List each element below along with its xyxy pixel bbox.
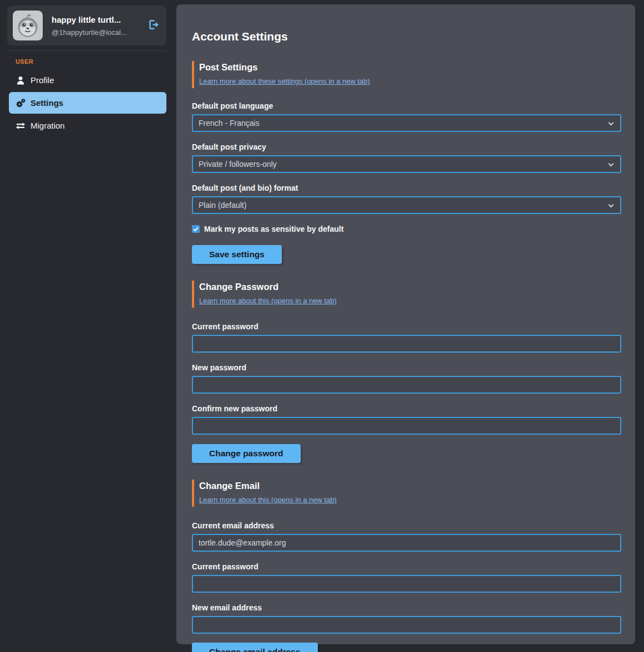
page-title: Account Settings	[192, 30, 621, 43]
current-password-field: Current password	[192, 322, 621, 353]
sensitive-checkbox-label: Mark my posts as sensitive by default	[204, 225, 343, 233]
sidebar-nav: Profile	[0, 69, 168, 136]
sidebar-item-migration[interactable]: Migration	[9, 115, 166, 136]
field-label: New email address	[192, 603, 621, 612]
change-email-row: Change email address	[192, 643, 621, 652]
confirm-new-password-input[interactable]	[192, 417, 621, 435]
select-value: French - Français	[199, 119, 260, 128]
post-settings-header: Post Settings Learn more about these set…	[192, 61, 621, 88]
user-card[interactable]: happy little turtl... @1happyturtle@loca…	[7, 6, 166, 45]
section-title: Post Settings	[199, 62, 621, 73]
field-label: Current password	[192, 322, 621, 331]
field-label: New password	[192, 363, 621, 372]
current-email-input[interactable]	[192, 534, 621, 552]
sidebar-divider	[8, 50, 166, 51]
change-email-header: Change Email Learn more about this (open…	[192, 480, 621, 507]
sloth-avatar	[13, 11, 43, 40]
save-settings-button[interactable]: Save settings	[192, 245, 282, 264]
user-name: happy little turtl...	[52, 15, 143, 24]
user-meta: happy little turtl... @1happyturtle@loca…	[52, 15, 143, 37]
default-post-language-select[interactable]: French - Français	[192, 114, 621, 132]
gears-icon	[16, 98, 26, 108]
new-email-field: New email address	[192, 603, 621, 634]
chevron-down-icon	[608, 161, 614, 167]
field-label: Current email address	[192, 521, 621, 530]
logout-button[interactable]	[146, 18, 160, 33]
change-email-learn-more-link[interactable]: Learn more about this (opens in a new ta…	[199, 496, 337, 504]
select-value: Plain (default)	[199, 201, 246, 210]
field-label: Confirm new password	[192, 404, 621, 413]
field-label: Default post language	[192, 101, 621, 110]
new-password-field: New password	[192, 363, 621, 394]
change-password-button[interactable]: Change password	[192, 444, 301, 463]
change-email-button[interactable]: Change email address	[192, 643, 318, 652]
save-row: Save settings	[192, 245, 621, 264]
person-icon	[16, 76, 26, 85]
change-password-row: Change password	[192, 444, 621, 463]
field-label: Current password	[192, 562, 621, 571]
change-password-learn-more-link[interactable]: Learn more about this (opens in a new ta…	[199, 297, 337, 305]
current-password-input[interactable]	[192, 335, 621, 353]
chevron-down-icon	[608, 202, 614, 208]
field-label: Default post privacy	[192, 142, 621, 151]
change-password-header: Change Password Learn more about this (o…	[192, 281, 621, 308]
sidebar-item-profile[interactable]: Profile	[9, 69, 166, 91]
section-title: Change Email	[199, 481, 621, 491]
default-post-privacy-select[interactable]: Private / followers-only	[192, 155, 621, 173]
sidebar-item-label: Profile	[31, 75, 54, 85]
sidebar-item-label: Settings	[31, 98, 63, 108]
sidebar-item-label: Migration	[31, 121, 65, 130]
new-password-input[interactable]	[192, 376, 621, 394]
sensitive-checkbox[interactable]	[192, 225, 200, 233]
email-current-password-field: Current password	[192, 562, 621, 593]
transfer-icon	[16, 122, 26, 130]
sidebar-section-label: USER	[16, 58, 168, 65]
sign-out-icon	[147, 18, 160, 33]
chevron-down-icon	[608, 120, 614, 126]
email-current-password-input[interactable]	[192, 575, 621, 593]
default-post-language-field: Default post language French - Français	[192, 101, 621, 132]
sidebar: happy little turtl... @1happyturtle@loca…	[0, 0, 168, 652]
sidebar-item-settings[interactable]: Settings	[9, 92, 166, 114]
confirm-new-password-field: Confirm new password	[192, 404, 621, 435]
select-value: Private / followers-only	[199, 160, 277, 169]
account-settings-panel: Account Settings Post Settings Learn mor…	[176, 4, 635, 644]
default-post-privacy-field: Default post privacy Private / followers…	[192, 142, 621, 173]
section-title: Change Password	[199, 282, 621, 292]
mark-sensitive-row: Mark my posts as sensitive by default	[192, 225, 621, 233]
post-settings-learn-more-link[interactable]: Learn more about these settings (opens i…	[199, 77, 370, 85]
new-email-input[interactable]	[192, 616, 621, 634]
field-label: Default post (and bio) format	[192, 184, 621, 192]
default-post-format-select[interactable]: Plain (default)	[192, 196, 621, 214]
user-handle: @1happyturtle@local...	[52, 28, 143, 37]
default-post-format-field: Default post (and bio) format Plain (def…	[192, 184, 621, 214]
current-email-field: Current email address	[192, 521, 621, 552]
